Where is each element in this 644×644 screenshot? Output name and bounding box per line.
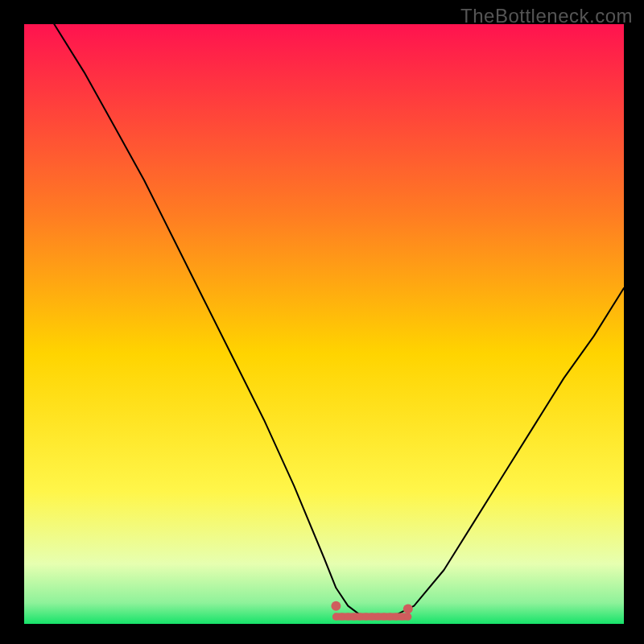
highlight-dot [404, 613, 411, 621]
highlight-end-dot [403, 604, 413, 613]
watermark-text: TheBottleneck.com [460, 5, 633, 27]
highlight-end-dot [331, 601, 341, 611]
gradient-bg [24, 24, 624, 624]
chart-svg [24, 24, 624, 624]
chart-area [24, 24, 624, 624]
